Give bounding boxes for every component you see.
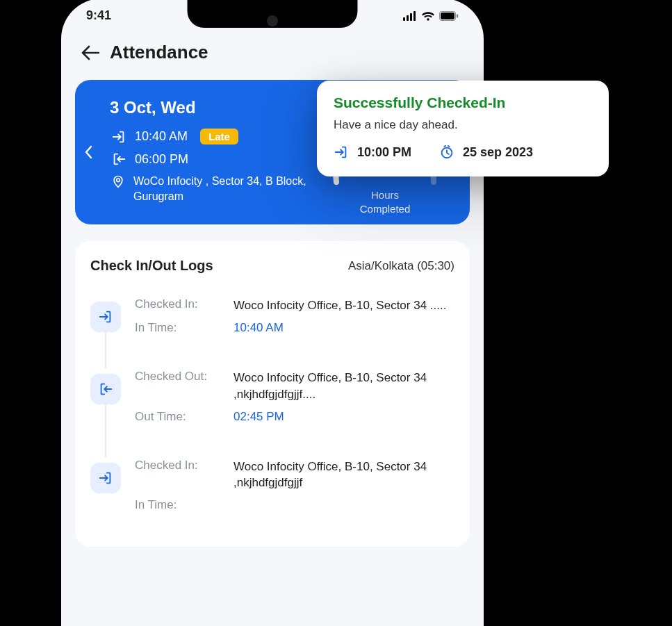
log-label-time: Out Time: xyxy=(135,410,225,424)
front-camera xyxy=(267,15,278,26)
late-badge: Late xyxy=(200,129,238,145)
checkin-icon xyxy=(90,463,121,493)
page-title: Attendance xyxy=(110,42,208,63)
log-item[interactable]: Checked In:Woco Infocity Office, B-10, S… xyxy=(90,452,454,541)
toast-time: 10:00 PM xyxy=(334,145,411,160)
hours-label: Hours Completed xyxy=(315,188,454,215)
checkin-icon xyxy=(334,145,349,160)
chevron-left-icon xyxy=(85,145,93,159)
log-location: Woco Infocity Office, B-10, Sector 34 ,n… xyxy=(233,370,454,403)
cellular-signal-icon xyxy=(403,11,417,21)
svg-point-7 xyxy=(117,179,120,182)
log-location: Woco Infocity Office, B-10, Sector 34 ,n… xyxy=(233,459,454,492)
log-time: 02:45 PM xyxy=(233,410,454,424)
svg-rect-1 xyxy=(407,15,409,21)
svg-rect-3 xyxy=(413,11,416,21)
log-label-time: In Time: xyxy=(135,321,225,335)
arrow-left-icon xyxy=(81,45,99,60)
logs-title: Check In/Out Logs xyxy=(90,258,213,274)
battery-icon xyxy=(439,11,459,21)
status-icons xyxy=(403,11,459,21)
log-location: Woco Infocity Office, B-10, Sector 34 ..… xyxy=(233,297,454,314)
log-content: Checked In:Woco Infocity Office, B-10, S… xyxy=(135,459,454,513)
checkout-icon xyxy=(111,151,126,167)
logs-timezone: Asia/Kolkata (05:30) xyxy=(348,259,454,273)
timeline-connector xyxy=(105,402,106,457)
status-time: 9:41 xyxy=(86,8,111,23)
toast-subtitle: Have a nice day ahead. xyxy=(334,118,592,132)
location-row: WoCo Infocity , Sector 34, B Block, Guru… xyxy=(111,174,320,204)
svg-rect-5 xyxy=(441,13,454,19)
toast-time-value: 10:00 PM xyxy=(357,145,411,160)
log-item[interactable]: Checked Out:Woco Infocity Office, B-10, … xyxy=(90,363,454,452)
log-content: Checked In:Woco Infocity Office, B-10, S… xyxy=(135,297,454,335)
location-pin-icon xyxy=(111,174,125,204)
log-time xyxy=(233,498,454,512)
toast-title: Successfully Checked-In xyxy=(334,94,592,111)
svg-rect-0 xyxy=(403,17,405,21)
logs-header: Check In/Out Logs Asia/Kolkata (05:30) xyxy=(90,258,454,274)
log-time: 10:40 AM xyxy=(233,321,454,335)
toast-details: 10:00 PM 25 sep 2023 xyxy=(334,145,592,160)
prev-day-button[interactable] xyxy=(82,142,96,163)
log-list: Checked In:Woco Infocity Office, B-10, S… xyxy=(90,290,454,540)
check-logs-card: Check In/Out Logs Asia/Kolkata (05:30) C… xyxy=(75,241,470,547)
svg-rect-6 xyxy=(457,14,458,17)
checkin-success-toast: Successfully Checked-In Have a nice day … xyxy=(317,81,609,176)
log-label-location: Checked Out: xyxy=(135,370,225,403)
checkout-time: 06:00 PM xyxy=(135,152,188,167)
toast-date: 25 sep 2023 xyxy=(439,145,533,160)
log-content: Checked Out:Woco Infocity Office, B-10, … xyxy=(135,370,454,424)
back-button[interactable] xyxy=(81,43,100,63)
checkin-icon xyxy=(111,129,126,145)
clock-icon xyxy=(439,145,454,160)
checkin-icon xyxy=(90,302,121,332)
toast-date-value: 25 sep 2023 xyxy=(463,145,533,160)
checkin-time: 10:40 AM xyxy=(135,129,188,144)
wifi-icon xyxy=(421,11,435,21)
log-label-location: Checked In: xyxy=(135,459,225,492)
svg-rect-2 xyxy=(410,13,412,21)
log-label-time: In Time: xyxy=(135,498,225,512)
checkout-icon xyxy=(90,374,121,404)
log-label-location: Checked In: xyxy=(135,297,225,314)
location-text: WoCo Infocity , Sector 34, B Block, Guru… xyxy=(133,174,320,204)
log-item[interactable]: Checked In:Woco Infocity Office, B-10, S… xyxy=(90,290,454,363)
